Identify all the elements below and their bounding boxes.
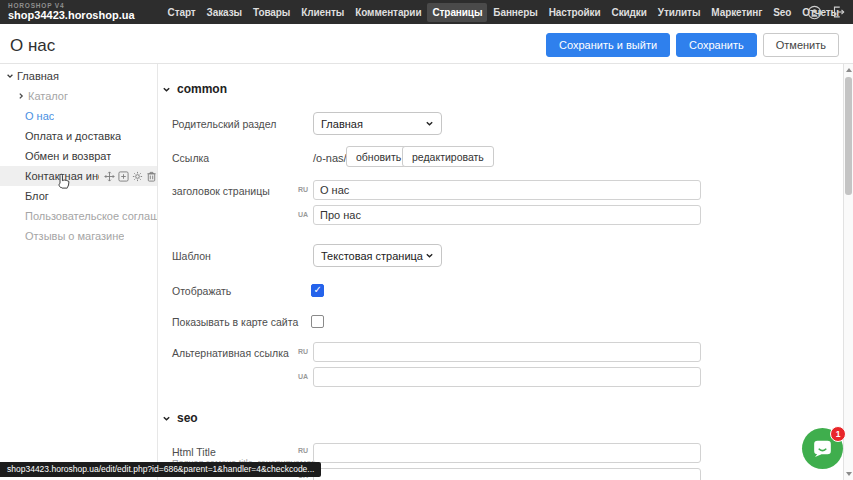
- chevron-down-icon[interactable]: [5, 72, 14, 80]
- page-header: О нас Сохранить и выйти Сохранить Отмени…: [0, 24, 853, 64]
- section-collapse-icon: [162, 414, 171, 423]
- page-title-ua-input[interactable]: [313, 205, 701, 225]
- tree-item-oplata-i-dostavka[interactable]: Оплата и доставка: [0, 126, 157, 146]
- alt-link-ua-input[interactable]: [313, 367, 701, 387]
- tree-item-label: Оплата и доставка: [25, 126, 121, 146]
- html-title-ru-input[interactable]: [313, 443, 701, 463]
- link-value: /o-nas/: [313, 152, 347, 164]
- page-title-ru-input[interactable]: [313, 180, 701, 200]
- tree-item-blog[interactable]: Блог: [0, 186, 157, 206]
- scrollbar-up-arrow[interactable]: [846, 68, 852, 72]
- parent-section-selected-value: Главная: [321, 118, 363, 130]
- section-common-header[interactable]: common: [162, 82, 227, 96]
- menu-item-seo[interactable]: Seo: [768, 3, 796, 22]
- menu-item-start[interactable]: Старт: [163, 3, 201, 22]
- sitemap-label: Показывать в карте сайта: [172, 316, 298, 328]
- tree-item-label: О нас: [25, 106, 54, 126]
- tree-item-glavnaya[interactable]: Главная: [0, 66, 157, 86]
- sidebar-divider: [157, 64, 158, 480]
- tree-item-obmen-i-vozvrat[interactable]: Обмен и возврат: [0, 146, 157, 166]
- section-title: seo: [177, 411, 198, 425]
- lang-ua-badge: UA: [292, 211, 308, 218]
- tree-item-label: Блог: [25, 186, 49, 206]
- menu-item-comments[interactable]: Комментарии: [350, 3, 426, 22]
- main-menu: Старт Заказы Товары Клиенты Комментарии …: [163, 3, 845, 22]
- menu-item-banners[interactable]: Баннеры: [488, 3, 542, 22]
- tree-item-label: Каталог: [28, 86, 68, 106]
- template-selected-value: Текстовая страница: [321, 250, 423, 262]
- alt-link-label: Альтернативная ссылка: [172, 347, 289, 359]
- user-account-icon[interactable]: [807, 5, 822, 20]
- menu-item-settings[interactable]: Настройки: [544, 3, 606, 22]
- tree-item-otzyvy-o-magazine[interactable]: Отзывы о магазине: [0, 226, 157, 246]
- tree-item-polzovatelskoe-soglashenie[interactable]: Пользовательское соглашение: [0, 206, 157, 226]
- tree-item-kontaktnaya-infor[interactable]: Контактная инфор: [0, 166, 157, 186]
- html-title-label: Html Title: [172, 446, 216, 458]
- alt-link-ru-input[interactable]: [313, 342, 701, 362]
- logo[interactable]: HOROSHOP V4 shop34423.horoshop.ua: [8, 3, 135, 22]
- lang-ru-badge: RU: [292, 186, 308, 193]
- menu-item-pages[interactable]: Страницы: [427, 3, 487, 22]
- menu-item-clients[interactable]: Клиенты: [296, 3, 349, 22]
- menu-item-marketing[interactable]: Маркетинг: [706, 3, 767, 22]
- menu-item-utilities[interactable]: Утилиты: [653, 3, 706, 22]
- chat-bubble-icon: [810, 436, 835, 461]
- parent-section-select[interactable]: Главная: [313, 112, 442, 135]
- save-and-exit-button[interactable]: Сохранить и выйти: [546, 33, 670, 57]
- template-label: Шаблон: [172, 250, 211, 262]
- select-chevron-icon: [425, 118, 434, 130]
- logout-icon[interactable]: [831, 5, 845, 19]
- lang-ru-badge: RU: [292, 447, 308, 454]
- tree-item-label: Пользовательское соглашение: [25, 206, 157, 226]
- top-navigation-bar: HOROSHOP V4 shop34423.horoshop.ua Старт …: [0, 0, 853, 24]
- menu-item-products[interactable]: Товары: [248, 3, 295, 22]
- tree-item-label: Обмен и возврат: [25, 146, 111, 166]
- section-collapse-icon: [162, 85, 171, 94]
- link-label: Ссылка: [172, 152, 209, 164]
- page-scrollbar[interactable]: [843, 64, 853, 480]
- tree-item-o-nas[interactable]: О нас: [0, 106, 157, 126]
- link-edit-button[interactable]: редактировать: [402, 146, 494, 167]
- select-chevron-icon: [425, 250, 434, 262]
- page-title-field-label: заголовок страницы: [172, 185, 270, 197]
- sitemap-checkbox[interactable]: [311, 315, 324, 328]
- scrollbar-thumb[interactable]: [845, 77, 852, 195]
- tree-item-katalog[interactable]: Каталог: [0, 86, 157, 106]
- page-title: О нас: [10, 36, 55, 56]
- menu-item-discounts[interactable]: Скидки: [607, 3, 652, 22]
- add-page-icon[interactable]: [118, 171, 129, 182]
- section-seo-header[interactable]: seo: [162, 411, 198, 425]
- delete-trash-icon[interactable]: [146, 171, 157, 182]
- chevron-right-icon[interactable]: [16, 92, 25, 100]
- tree-item-label: Контактная инфор: [25, 166, 99, 186]
- lang-ru-badge: RU: [292, 348, 308, 355]
- pages-tree-sidebar: Главная Каталог О нас Оплата и доставка …: [0, 66, 157, 246]
- tree-item-label: Главная: [17, 66, 59, 86]
- menu-item-orders[interactable]: Заказы: [202, 3, 247, 22]
- move-icon[interactable]: [104, 171, 115, 182]
- scrollbar-down-arrow[interactable]: [846, 472, 852, 476]
- lang-ua-badge: UA: [292, 373, 308, 380]
- tree-item-label: Отзывы о магазине: [25, 226, 124, 246]
- link-preview-status-bar: shop34423.horoshop.ua/edit/edit.php?id=6…: [0, 462, 321, 477]
- section-title: common: [177, 82, 227, 96]
- parent-section-label: Родительский раздел: [172, 118, 276, 130]
- chat-unread-badge: 1: [830, 426, 846, 442]
- settings-gear-icon[interactable]: [132, 171, 143, 182]
- display-label: Отображать: [172, 285, 231, 297]
- html-title-ua-input[interactable]: [313, 468, 701, 480]
- save-button[interactable]: Сохранить: [676, 33, 757, 57]
- logo-domain-label: shop34423.horoshop.ua: [8, 10, 135, 21]
- display-checkbox[interactable]: [311, 284, 324, 297]
- cancel-button[interactable]: Отменить: [763, 33, 839, 57]
- template-select[interactable]: Текстовая страница: [313, 244, 442, 267]
